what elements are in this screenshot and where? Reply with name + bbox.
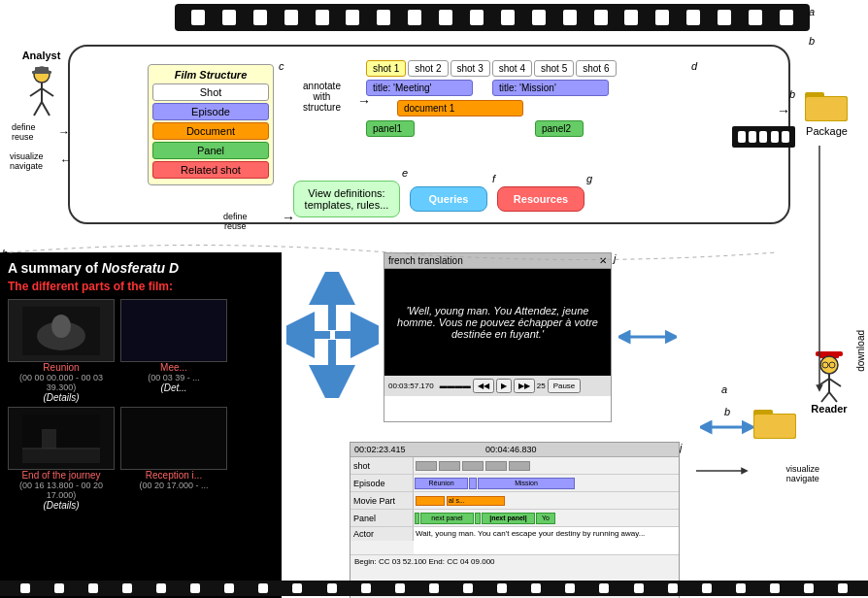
label-b-lower: b — [724, 406, 730, 417]
svg-line-37 — [829, 392, 837, 402]
film-hole — [54, 583, 64, 593]
film-hole — [346, 10, 359, 25]
html-panel: A summary of Nosferatu D The different p… — [0, 252, 282, 598]
film-hole — [782, 131, 789, 143]
film-hole — [395, 583, 405, 593]
film-hole — [88, 583, 98, 593]
film-hole — [408, 10, 421, 25]
film-strip-top — [175, 4, 810, 31]
svg-line-35 — [829, 379, 841, 386]
film-hole — [253, 10, 267, 25]
svg-line-4 — [30, 88, 42, 96]
film-hole — [501, 10, 515, 25]
video-frame-label: 25 — [537, 382, 546, 390]
big-arrows-area — [286, 272, 379, 398]
view-definitions-box[interactable]: View definitions: templates, rules... — [293, 181, 400, 217]
svg-line-5 — [42, 88, 53, 96]
folder-reader-arrow — [700, 417, 753, 437]
folder-lower — [753, 406, 797, 443]
shot-6: shot 6 — [576, 60, 616, 77]
reunion-svg — [22, 307, 100, 355]
video-play-button[interactable]: ▶ — [496, 379, 512, 393]
film-hole — [531, 583, 541, 593]
shots-area: shot 1 shot 2 shot 3 shot 4 shot 5 shot … — [366, 60, 686, 139]
tl-content-panel: next panel |next panel| Yo — [414, 510, 679, 526]
panel-area: panel1 panel2 — [366, 120, 686, 137]
shot-2: shot 2 — [408, 60, 448, 77]
timeline-row-panel: Panel next panel |next panel| Yo — [351, 510, 679, 527]
svg-line-36 — [821, 392, 829, 402]
video-rewind-button[interactable]: ◀◀ — [473, 379, 494, 393]
video-pause-button[interactable]: Pause — [548, 379, 582, 393]
video-title: french translation — [388, 255, 463, 266]
label-c: c — [279, 60, 284, 72]
html-doc-subtitle: The different parts of the film: — [8, 280, 274, 293]
video-close-icon[interactable]: ✕ — [599, 255, 607, 266]
film-structure-box: Film Structure Shot Episode Document Pan… — [148, 64, 274, 185]
svg-rect-10 — [806, 97, 847, 120]
meeting-details: (Det... — [120, 382, 227, 393]
view-def-container: e View definitions: templates, rules... — [293, 181, 400, 217]
shot-3: shot 3 — [451, 60, 490, 77]
panel1-bar: panel1 — [366, 120, 415, 137]
film-hole — [497, 583, 507, 593]
film-hole — [20, 583, 30, 593]
label-e: e — [402, 167, 408, 179]
svg-rect-15 — [22, 448, 100, 463]
folder-icon-lower — [753, 406, 797, 440]
reunion-cap: Reunion — [8, 362, 115, 373]
annotate-label: annotatewithstructure — [285, 81, 358, 113]
label-a-right: a — [721, 383, 727, 395]
label-f: f — [492, 173, 495, 184]
viz-nav-left: visualizenavigate — [10, 151, 44, 171]
thumb-journey: End of the journey (00 16 13.800 - 00 20… — [8, 407, 115, 511]
svg-rect-2 — [35, 67, 49, 72]
shots-row: shot 1 shot 2 shot 3 shot 4 shot 5 shot … — [366, 60, 686, 77]
queries-box[interactable]: Queries — [410, 186, 487, 212]
video-progress: ▬▬▬▬ — [440, 382, 471, 390]
video-controls[interactable]: 00:03:57.170 ▬▬▬▬ ◀◀ ▶ ▶▶ 25 Pause — [384, 376, 611, 396]
film-hole — [749, 10, 762, 25]
package-to-folder-arrow — [810, 141, 829, 393]
fs-shot: Shot — [152, 83, 269, 101]
label-a-top: a — [809, 6, 815, 17]
shot-1: shot 1 — [366, 60, 406, 77]
svg-line-7 — [42, 102, 50, 116]
define-reuse-left: definereuse — [12, 122, 36, 142]
tl-label-episode: Episode — [351, 475, 414, 491]
timeline-time-start: 00:02:23.415 — [354, 445, 406, 454]
video-title-bar: french translation ✕ — [384, 253, 611, 269]
thumb-reception-img — [120, 407, 227, 470]
meeting-time: (00 03 39 - ... — [120, 373, 227, 382]
film-hole — [361, 583, 371, 593]
film-hole — [668, 583, 678, 593]
main-diagram-box: Film Structure Shot Episode Document Pan… — [68, 45, 790, 224]
label-g: g — [586, 173, 592, 184]
shot-5: shot 5 — [534, 60, 574, 77]
film-hole — [565, 583, 575, 593]
film-hole — [759, 131, 767, 143]
timeline-footer-text: Begin: CC 03 52.100 End: CC 04 09.000 — [354, 557, 495, 566]
tl-label-actor: Actor — [351, 527, 414, 541]
document-bar: document 1 — [397, 100, 523, 116]
download-label: download — [855, 330, 866, 372]
bottom-boxes-row: e View definitions: templates, rules... … — [293, 181, 584, 217]
journey-time: (00 16 13.800 - 00 20 17.000) — [8, 481, 115, 500]
title-meeting: title: 'Meeting' — [366, 80, 473, 96]
svg-rect-16 — [42, 429, 56, 448]
journey-cap: End of the journey — [8, 470, 115, 481]
timeline-row-shot: shot — [351, 457, 679, 475]
film-hole — [702, 583, 712, 593]
label-j-video: j — [614, 252, 616, 264]
resources-box[interactable]: Resources — [497, 186, 584, 212]
arrow-to-package: → — [777, 103, 790, 118]
reunion-time: (00 00 00.000 - 00 03 39.300) — [8, 373, 115, 392]
film-hole — [770, 583, 780, 593]
shot-4: shot 4 — [492, 60, 532, 77]
tl-content-moviepart: al s... — [414, 492, 679, 509]
tl-label-moviepart: Movie Part — [351, 492, 414, 509]
reunion-details: (Details) — [8, 392, 115, 403]
video-ffwd-button[interactable]: ▶▶ — [514, 379, 535, 393]
tl-label-shot: shot — [351, 457, 414, 474]
resources-container: g Resources — [497, 186, 584, 212]
